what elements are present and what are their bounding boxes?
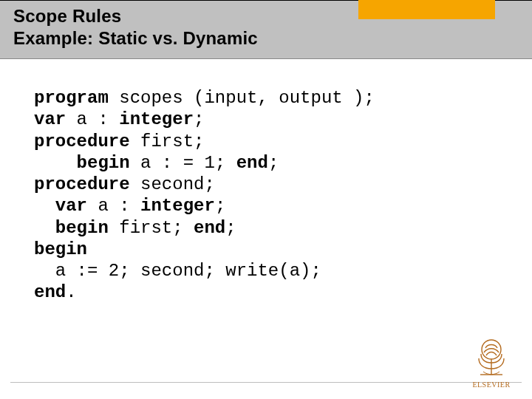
- code-indent: [34, 196, 55, 216]
- code-text: a : = 1;: [130, 153, 236, 173]
- svg-point-0: [482, 340, 501, 359]
- header-bar: Scope Rules Example: Static vs. Dynamic: [0, 0, 532, 59]
- title-line-1: Scope Rules: [13, 6, 121, 26]
- footer-rule: [10, 382, 522, 383]
- code-indent: [34, 153, 77, 173]
- kw-end: end: [34, 282, 66, 302]
- kw-end: end: [194, 218, 225, 238]
- accent-block: [358, 0, 495, 19]
- code-indent: [34, 218, 55, 238]
- kw-procedure: procedure: [34, 132, 130, 151]
- code-text: ;: [194, 109, 204, 129]
- code-indent: [34, 261, 55, 281]
- code-text: .: [66, 282, 76, 302]
- kw-var: var: [55, 196, 87, 216]
- tree-icon: [468, 335, 514, 376]
- publisher-logo: ELSEVIER: [466, 335, 517, 389]
- publisher-name: ELSEVIER: [466, 381, 517, 389]
- code-text: ;: [268, 153, 279, 173]
- kw-integer: integer: [119, 109, 194, 129]
- code-text: a :: [87, 196, 140, 216]
- kw-begin: begin: [55, 218, 109, 238]
- title-line-2: Example: Static vs. Dynamic: [13, 28, 258, 48]
- code-text: ;: [225, 218, 236, 238]
- kw-end: end: [236, 153, 268, 173]
- code-text: scopes (input, output );: [109, 88, 375, 108]
- kw-integer: integer: [140, 196, 215, 216]
- code-text: first;: [109, 218, 194, 238]
- code-text: second;: [130, 174, 215, 194]
- kw-procedure: procedure: [34, 174, 130, 194]
- code-text: first;: [130, 132, 205, 151]
- kw-program: program: [34, 88, 109, 108]
- code-text: ;: [215, 196, 225, 216]
- kw-begin: begin: [34, 239, 87, 259]
- kw-begin: begin: [77, 153, 130, 173]
- code-text: a :: [66, 109, 119, 129]
- code-text: a := 2; second; write(a);: [55, 261, 321, 281]
- kw-var: var: [34, 109, 66, 129]
- code-block: program scopes (input, output ); var a :…: [0, 59, 532, 304]
